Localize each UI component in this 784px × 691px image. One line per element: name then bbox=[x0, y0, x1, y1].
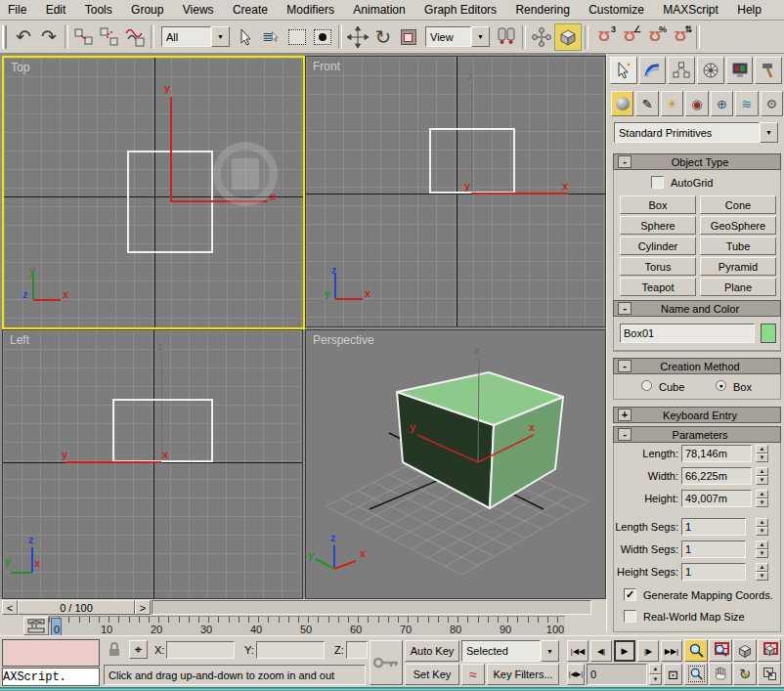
maxscript-listener-pane[interactable]: AXScript. bbox=[2, 668, 100, 686]
reference-coordinate-system-dropdown[interactable]: View ▼ bbox=[425, 26, 490, 47]
category-cameras[interactable]: ◉ bbox=[685, 91, 708, 116]
key-filters-button[interactable]: Key Filters... bbox=[487, 664, 559, 685]
tab-display[interactable] bbox=[726, 57, 754, 84]
use-pivot-point-center-button[interactable] bbox=[494, 24, 519, 50]
auto-key-button[interactable]: Auto Key bbox=[405, 640, 459, 662]
region-zoom-button[interactable] bbox=[684, 663, 708, 685]
arc-rotate-button[interactable]: ↻ bbox=[733, 663, 757, 685]
height-segs-field[interactable]: 1 bbox=[681, 563, 746, 581]
object-type-cylinder-button[interactable]: Cylinder bbox=[620, 237, 696, 255]
length-field[interactable]: 78,146m bbox=[681, 445, 752, 462]
next-frame-button[interactable]: |▶ bbox=[637, 640, 659, 662]
window-crossing-toggle[interactable] bbox=[310, 24, 335, 50]
viewport-front[interactable]: Front z y x z y x bbox=[305, 56, 606, 327]
time-slider-handle[interactable]: 0 / 100 bbox=[18, 600, 135, 615]
autogrid-checkbox[interactable] bbox=[651, 176, 664, 189]
collapse-icon[interactable]: - bbox=[618, 428, 632, 441]
time-slider-track[interactable] bbox=[152, 600, 591, 615]
track-bar-ruler[interactable]: 0 10 20 30 40 50 60 70 80 90 100 bbox=[49, 616, 565, 636]
width-segs-spinner[interactable]: ▲▼ bbox=[756, 540, 768, 558]
viewport-front-label[interactable]: Front bbox=[313, 60, 340, 73]
object-type-tube-button[interactable]: Tube bbox=[700, 237, 776, 255]
object-color-swatch[interactable] bbox=[761, 324, 776, 343]
tab-motion[interactable] bbox=[697, 57, 724, 84]
y-coordinate-field[interactable] bbox=[256, 641, 325, 659]
dropdown-arrow-icon[interactable]: ▼ bbox=[471, 26, 490, 47]
object-type-box-button[interactable]: Box bbox=[620, 195, 696, 214]
length-spinner[interactable]: ▲▼ bbox=[756, 445, 768, 462]
length-segs-spinner[interactable]: ▲▼ bbox=[756, 518, 768, 536]
viewport-top[interactable]: Top y x y z x bbox=[2, 56, 305, 329]
zoom-extents-all-button[interactable] bbox=[758, 639, 781, 662]
maxscript-macro-recorder-pane[interactable] bbox=[2, 639, 100, 667]
rollout-name-color-header[interactable]: - Name and Color bbox=[613, 300, 781, 317]
object-type-plane-button[interactable]: Plane bbox=[700, 278, 776, 296]
menu-animation[interactable]: Animation bbox=[345, 0, 413, 20]
object-type-geosphere-button[interactable]: GeoSphere bbox=[700, 216, 776, 235]
select-and-manipulate-button[interactable] bbox=[529, 24, 554, 50]
creation-method-cube-label[interactable]: Cube bbox=[659, 381, 684, 393]
menu-customize[interactable]: Customize bbox=[581, 0, 652, 20]
absolute-mode-transform-type-in[interactable]: ⌖ bbox=[129, 640, 148, 659]
primitive-category-dropdown[interactable]: Standard Primitives ▼ bbox=[614, 122, 778, 143]
select-and-move-button[interactable] bbox=[345, 24, 370, 50]
rectangular-selection-region-button[interactable] bbox=[284, 24, 310, 50]
category-systems[interactable]: ⚙ bbox=[761, 91, 783, 116]
expand-icon[interactable]: + bbox=[618, 409, 632, 421]
menu-tools[interactable]: Tools bbox=[77, 0, 120, 20]
object-type-pyramid-button[interactable]: Pyramid bbox=[700, 257, 776, 276]
menu-create[interactable]: Create bbox=[225, 0, 276, 20]
collapse-icon[interactable]: - bbox=[618, 155, 632, 168]
view-rotation-ghost-widget[interactable] bbox=[213, 142, 278, 206]
creation-method-box-radio[interactable]: ● bbox=[716, 380, 726, 391]
rollout-parameters-header[interactable]: - Parameters bbox=[613, 426, 781, 443]
select-and-link-icon[interactable] bbox=[71, 24, 97, 50]
category-shapes[interactable]: ✎ bbox=[635, 91, 658, 116]
x-coordinate-field[interactable] bbox=[166, 641, 235, 659]
zoom-button[interactable] bbox=[684, 639, 708, 662]
object-name-field[interactable]: Box01 bbox=[620, 324, 755, 343]
object-type-torus-button[interactable]: Torus bbox=[620, 257, 696, 276]
dropdown-arrow-icon[interactable]: ▼ bbox=[760, 122, 778, 143]
length-segs-field[interactable]: 1 bbox=[681, 518, 746, 536]
z-coordinate-field[interactable] bbox=[346, 641, 368, 659]
toolbar-grip[interactable] bbox=[2, 25, 7, 49]
real-world-label[interactable]: Real-World Map Size bbox=[643, 611, 745, 623]
tab-modify[interactable] bbox=[639, 57, 667, 84]
menu-help[interactable]: Help bbox=[729, 0, 769, 20]
go-to-end-button[interactable]: ▶▶| bbox=[661, 640, 682, 662]
key-mode-toggle[interactable]: |◀▶| bbox=[567, 664, 585, 685]
autogrid-label[interactable]: AutoGrid bbox=[671, 177, 713, 189]
object-type-teapot-button[interactable]: Teapot bbox=[620, 278, 696, 296]
object-type-cone-button[interactable]: Cone bbox=[700, 195, 776, 214]
height-segs-spinner[interactable]: ▲▼ bbox=[756, 563, 768, 581]
menu-group[interactable]: Group bbox=[123, 0, 171, 20]
real-world-checkbox[interactable] bbox=[624, 610, 636, 623]
collapse-icon[interactable]: - bbox=[618, 360, 632, 372]
previous-frame-button[interactable]: ◀| bbox=[590, 640, 612, 662]
viewport-left[interactable]: Left z y x z y x bbox=[2, 329, 303, 599]
generate-mapping-checkbox[interactable]: ✓ bbox=[624, 588, 636, 601]
box-wireframe[interactable] bbox=[429, 128, 515, 194]
select-and-rotate-button[interactable]: ↻ bbox=[370, 24, 396, 50]
width-spinner[interactable]: ▲▼ bbox=[756, 467, 768, 485]
rollout-object-type-header[interactable]: - Object Type bbox=[613, 153, 781, 170]
spinner-snap-toggle[interactable]: Ω⇅ bbox=[668, 24, 693, 50]
generate-mapping-label[interactable]: Generate Mapping Coords. bbox=[643, 589, 773, 601]
key-mode-dropdown[interactable]: Selected ▼ bbox=[461, 640, 559, 662]
viewport-perspective-label[interactable]: Perspective bbox=[313, 333, 374, 347]
height-spinner[interactable]: ▲▼ bbox=[756, 490, 768, 507]
collapse-icon[interactable]: - bbox=[618, 302, 632, 315]
menu-modifiers[interactable]: Modifiers bbox=[279, 0, 342, 20]
width-segs-field[interactable]: 1 bbox=[681, 540, 746, 558]
select-and-scale-button[interactable] bbox=[396, 24, 421, 50]
maximize-viewport-toggle[interactable] bbox=[758, 663, 781, 685]
menu-rendering[interactable]: Rendering bbox=[507, 0, 577, 20]
dropdown-arrow-icon[interactable]: ▼ bbox=[541, 640, 559, 662]
category-geometry[interactable] bbox=[611, 91, 633, 116]
set-key-button[interactable]: Set Key bbox=[405, 664, 459, 685]
next-frame-arrow[interactable]: > bbox=[135, 600, 151, 615]
play-animation-button[interactable]: ▶ bbox=[614, 640, 635, 662]
category-lights[interactable]: ☀ bbox=[661, 91, 683, 116]
unlink-selection-icon[interactable] bbox=[97, 24, 122, 50]
